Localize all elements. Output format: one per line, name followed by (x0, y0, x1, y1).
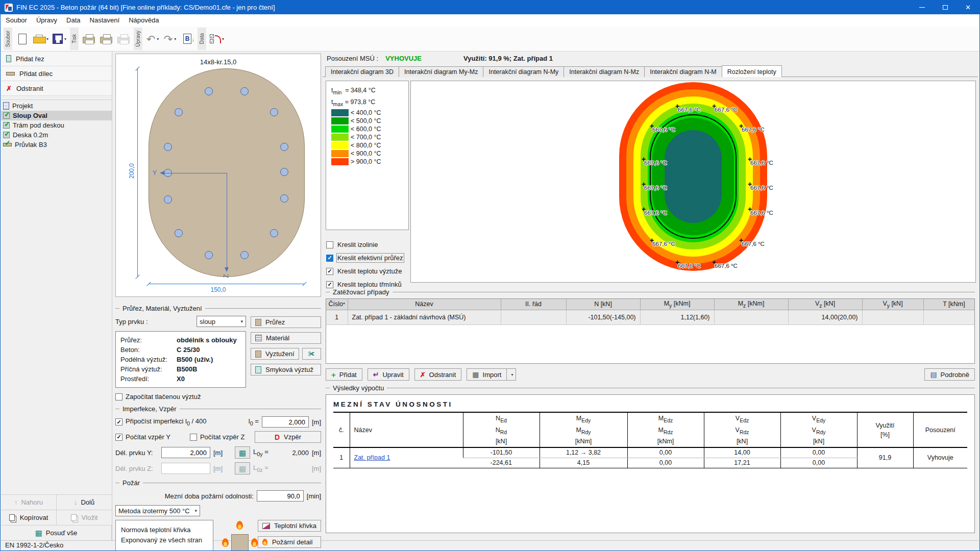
rebar-temp-label: +667,6 °C (651, 241, 675, 247)
details-button[interactable]: ▤Podrobně (924, 368, 975, 381)
close-icon: ✕ (965, 4, 971, 11)
edit-load-case-button[interactable]: ↵Upravit (368, 368, 409, 381)
table-row[interactable]: 1 Zat. případ 1 - základní návrhová (MSÚ… (326, 310, 975, 324)
remove-button[interactable]: ✗ Odstranit (1, 81, 112, 96)
element-type-select[interactable]: sloup▾ (197, 316, 246, 327)
diagram-tabs: Interakční diagram 3D Interakční diagram… (323, 65, 978, 77)
tab-interakcni-3d[interactable]: Interakční diagram 3D (325, 66, 399, 77)
import-button[interactable]: ▦Import (467, 368, 507, 381)
maximize-button[interactable] (934, 1, 957, 14)
col-cislo[interactable]: Číslo▴ (326, 299, 348, 310)
l0z-unit: [m] (312, 465, 321, 472)
remove-load-case-button[interactable]: ✗Odstranit (414, 368, 462, 381)
imperfection-checkbox[interactable] (115, 418, 122, 425)
shear-reinforcement-button[interactable]: Smyková výztuž (251, 364, 321, 375)
reinforcement-button[interactable]: Vyztužení (251, 348, 299, 360)
tab-interakcni-n-m[interactable]: Interakční diagram N-M (644, 66, 722, 77)
horizontal-dimension-line (149, 284, 305, 284)
length-y-input[interactable] (161, 447, 210, 458)
col-n[interactable]: N [kN] (566, 299, 640, 310)
add-section-button[interactable]: Přidat řez (1, 52, 112, 66)
minimize-button[interactable] (911, 1, 934, 14)
rebar-temp-label: +667,6 °C (676, 107, 701, 113)
sidebar-item-deska[interactable]: Deska 0.2m (1, 130, 112, 140)
col-nazev[interactable]: Název (348, 299, 501, 310)
open-file-button[interactable]: ▾ (31, 28, 51, 49)
draw-effective-section-checkbox[interactable] (326, 255, 333, 262)
z-axis-label: Z (223, 274, 230, 278)
col-vyuziti: Využití [%] (857, 412, 913, 447)
save-file-button[interactable]: ▾ (51, 28, 68, 49)
sidebar-item-projekt[interactable]: Projekt (1, 101, 112, 111)
draw-isolines-checkbox[interactable] (326, 241, 333, 248)
menu-nastaveni[interactable]: Nastavení (85, 14, 125, 27)
tab-interakcni-my-mz[interactable]: Interakční diagram My-Mz (399, 66, 483, 77)
report-button[interactable]: B (179, 28, 196, 49)
draw-stirrup-temp-checkbox[interactable] (326, 281, 333, 288)
fire-method-select[interactable]: Metoda izotermy 500 °C▾ (115, 505, 200, 516)
col-ii-rad[interactable]: II. řád (501, 299, 566, 310)
fire-detail-button[interactable]: Požární detail (258, 536, 321, 548)
sidebar-item-tram-pod-deskou[interactable]: Trám pod deskou (1, 120, 112, 130)
move-down-button[interactable]: ↓Dolů (57, 495, 112, 510)
buckling-y-checkbox[interactable] (115, 434, 122, 441)
chevron-down-icon[interactable]: ▾ (64, 37, 66, 41)
color-swatch (331, 109, 349, 116)
color-swatch (331, 117, 349, 124)
sidebar-item-pruvlak[interactable]: Průvlak B3 (1, 140, 112, 149)
temperature-curve-button[interactable]: Teplotní křivka (258, 520, 321, 532)
buckling-z-checkbox[interactable] (190, 434, 197, 441)
report-icon: B (183, 34, 191, 44)
length-y-calc-button[interactable]: ▦ (235, 446, 250, 459)
tab-rozlozeni-teploty[interactable]: Rozložení teploty (722, 65, 782, 77)
flame-icon (236, 521, 243, 531)
print-preview-button[interactable] (97, 28, 115, 49)
rebar-temp-label: +667,6 °C (749, 210, 773, 216)
chevron-down-icon[interactable]: ▾ (157, 37, 159, 41)
project-tree: Projekt Sloup Oval Trám pod deskou Deska… (1, 99, 112, 149)
menu-soubor[interactable]: Soubor (1, 14, 32, 27)
col-t[interactable]: T [kNm] (923, 299, 975, 310)
uls-row-ed: 1 Zat. případ 1 -101,50 1,12 → 3,82 0,00… (333, 447, 967, 458)
copy-button[interactable]: Kopírovat (1, 510, 57, 525)
menu-upravy[interactable]: Úpravy (32, 14, 62, 27)
tab-interakcni-n-my[interactable]: Interakční diagram N-My (483, 66, 564, 77)
undo-button[interactable]: ↶▾ (144, 28, 161, 49)
col-my[interactable]: My [kNm] (640, 299, 714, 310)
fire-resistance-input[interactable] (257, 490, 304, 502)
chevron-down-icon[interactable]: ▾ (222, 37, 224, 41)
l0y-unit: [m] (312, 449, 321, 457)
compression-rebar-label: Započítat tlačenou výztuž (126, 393, 201, 400)
print-button[interactable] (80, 28, 97, 49)
chevron-down-icon: ▾ (194, 508, 197, 513)
compression-rebar-checkbox[interactable] (115, 393, 122, 400)
load-case-link[interactable]: Zat. případ 1 (354, 454, 390, 461)
col-medy-mrdy: MEdy MRdy [kNm] (540, 412, 627, 447)
col-mz[interactable]: Mz [kNm] (714, 299, 788, 310)
menu-napoveda[interactable]: Nápověda (124, 14, 163, 27)
draw-rebar-temp-checkbox[interactable] (326, 268, 333, 275)
add-load-case-button[interactable]: +Přidat (326, 368, 362, 381)
col-vz[interactable]: Vz [kN] (788, 299, 862, 310)
new-file-button[interactable] (14, 28, 31, 49)
menu-data[interactable]: Data (62, 14, 85, 27)
flame-icon (251, 538, 258, 548)
close-button[interactable]: ✕ (957, 1, 979, 14)
data-options-button[interactable]: ✓✓ ▾ (208, 28, 226, 49)
add-member-button[interactable]: Přidat dílec (1, 66, 112, 81)
assess-all-button[interactable]: ▦Posuď vše (1, 525, 112, 540)
chevron-down-icon[interactable]: ▾ (174, 37, 176, 41)
l0-input[interactable] (262, 416, 309, 428)
buckling-button[interactable]: DVzpěr (255, 431, 321, 443)
chevron-down-icon[interactable]: ▾ (46, 37, 48, 41)
cross-section-button[interactable]: Průřez (251, 316, 321, 328)
material-button[interactable]: Materiál (251, 332, 321, 344)
sidebar-item-sloup-oval[interactable]: Sloup Oval (1, 111, 112, 120)
col-vy[interactable]: Vy [kN] (862, 299, 923, 310)
sort-asc-icon: ▴ (343, 300, 345, 305)
tab-interakcni-n-mz[interactable]: Interakční diagram N-Mz (564, 66, 645, 77)
import-dropdown-button[interactable]: ▾ (507, 368, 516, 381)
rebar-temp-label: +667,6 °C (740, 127, 765, 133)
redo-button[interactable]: ↷▾ (161, 28, 179, 49)
reinforcement-tool-button[interactable]: ✀ (302, 348, 321, 360)
